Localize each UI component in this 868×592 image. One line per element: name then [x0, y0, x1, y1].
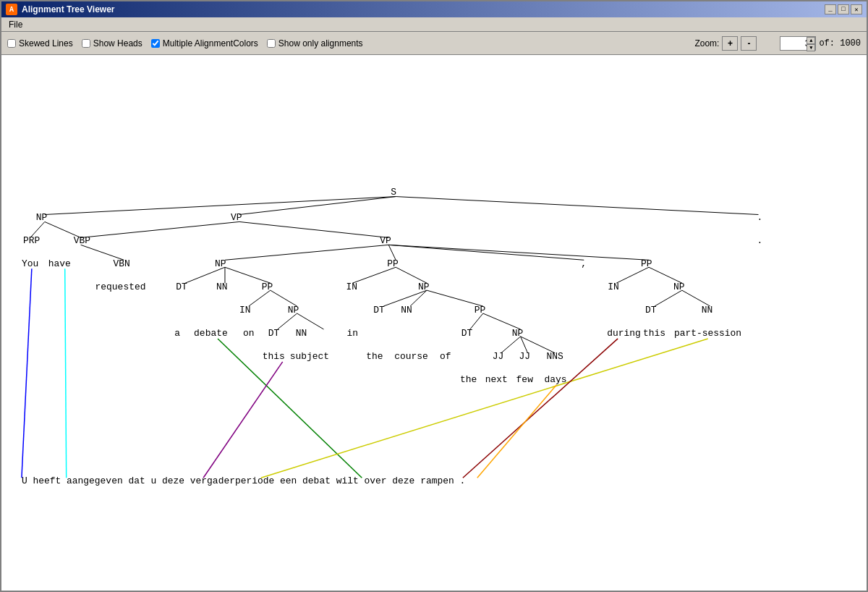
node-NN4: NN	[296, 328, 307, 339]
svg-line-15	[249, 290, 271, 306]
svg-line-20	[396, 267, 427, 283]
node-PRP: PRP	[23, 235, 41, 246]
word-next: next	[485, 374, 508, 385]
menu-file[interactable]: File	[4, 19, 27, 30]
word-debate: debate	[194, 328, 228, 339]
canvas-area: S NP VP . PRP VBP VP . VBN NP PP ,	[1, 55, 867, 591]
svg-line-10	[388, 245, 584, 260]
svg-line-31	[655, 290, 682, 306]
multiple-colors-label: Multiple AlignmentColors	[163, 38, 258, 48]
svg-line-14	[225, 267, 271, 283]
svg-line-9	[388, 245, 396, 260]
node-NP5: NP	[288, 305, 299, 316]
node-VBP: VBP	[74, 235, 91, 246]
svg-line-29	[616, 267, 649, 283]
zoom-in-button[interactable]: +	[722, 36, 738, 51]
node-DT1: DT	[176, 282, 187, 292]
node-NP3: NP	[418, 282, 430, 292]
svg-line-34	[65, 268, 67, 478]
node-period1: .	[757, 212, 763, 223]
window-title: Alignment Tree Viewer	[22, 4, 115, 14]
menu-bar: File	[1, 17, 867, 32]
svg-line-30	[649, 267, 682, 283]
show-only-alignments-checkbox[interactable]	[267, 39, 276, 48]
svg-line-32	[682, 290, 710, 306]
node-JJ2: JJ	[519, 351, 531, 362]
node-NP2: NP	[215, 258, 226, 269]
svg-line-22	[410, 290, 427, 306]
toolbar: Skewed Lines Show Heads Multiple Alignme…	[1, 32, 867, 55]
node-NP1: NP	[36, 212, 48, 223]
svg-line-1	[239, 197, 396, 215]
svg-line-17	[278, 313, 297, 329]
node-PP2: PP	[641, 258, 652, 269]
skewed-lines-label: Skewed Lines	[19, 38, 73, 48]
of-total-label: of: 1000	[819, 38, 861, 48]
node-PP4: PP	[475, 305, 486, 316]
skewed-lines-group: Skewed Lines	[7, 38, 73, 48]
title-bar: A Alignment Tree Viewer _ □ ✕	[1, 1, 867, 17]
word-on: on	[243, 328, 255, 339]
word-the: the	[366, 351, 383, 362]
node-IN3: IN	[239, 305, 251, 316]
page-spinner: ▲ ▼	[780, 36, 816, 51]
word-have: have	[48, 258, 71, 269]
word-few: few	[516, 374, 534, 385]
svg-line-36	[203, 362, 283, 478]
svg-line-25	[483, 313, 521, 329]
skewed-lines-checkbox[interactable]	[7, 39, 16, 48]
minimize-button[interactable]: _	[825, 4, 836, 14]
svg-line-8	[225, 245, 388, 260]
word-this2: this	[643, 328, 665, 339]
svg-line-6	[239, 221, 388, 237]
node-VP2: VP	[380, 235, 391, 246]
title-buttons: _ □ ✕	[825, 4, 862, 14]
svg-line-33	[22, 268, 32, 478]
node-VP1: VP	[231, 212, 242, 223]
spinner-down-button[interactable]: ▼	[807, 44, 815, 51]
node-VBN: VBN	[113, 258, 129, 269]
show-heads-checkbox[interactable]	[82, 39, 90, 48]
svg-line-7	[81, 245, 124, 260]
node-PP1: PP	[387, 258, 399, 269]
word-a: a	[174, 328, 180, 339]
main-window: A Alignment Tree Viewer _ □ ✕ File Skewe…	[0, 0, 868, 592]
svg-line-26	[501, 337, 521, 353]
word-part-session: part-session	[674, 328, 741, 339]
title-bar-left: A Alignment Tree Viewer	[6, 4, 115, 15]
svg-line-0	[45, 197, 396, 215]
node-DT2: DT	[373, 305, 385, 316]
svg-line-2	[396, 197, 758, 215]
spinner-up-button[interactable]: ▲	[807, 37, 815, 44]
zoom-label: Zoom:	[694, 38, 719, 48]
node-NN2: NN	[401, 305, 412, 316]
word-subject: subject	[290, 351, 329, 362]
multiple-colors-group: Multiple AlignmentColors	[151, 38, 258, 48]
svg-line-19	[352, 267, 396, 283]
node-NP4: NP	[673, 282, 685, 292]
word-in: in	[346, 328, 358, 339]
close-button[interactable]: ✕	[851, 4, 862, 14]
page-number-input[interactable]	[782, 38, 809, 48]
word-this: this	[263, 351, 285, 362]
svg-line-11	[388, 245, 649, 260]
node-NN1: NN	[216, 282, 228, 292]
restore-button[interactable]: □	[838, 4, 849, 14]
word-of: of	[440, 351, 451, 362]
spinner-arrows: ▲ ▼	[807, 37, 815, 50]
node-NP6: NP	[512, 328, 524, 339]
show-only-alignments-group: Show only alignments	[267, 38, 363, 48]
node-DT5: DT	[461, 328, 473, 339]
word-during: during	[607, 328, 641, 339]
app-icon: A	[6, 4, 17, 15]
svg-line-24	[470, 313, 483, 329]
tree-svg: S NP VP . PRP VBP VP . VBN NP PP ,	[1, 55, 867, 591]
word-course: course	[394, 351, 428, 362]
zoom-section: Zoom: + -	[694, 36, 757, 51]
show-heads-group: Show Heads	[82, 38, 142, 48]
zoom-out-button[interactable]: -	[741, 36, 757, 51]
multiple-colors-checkbox[interactable]	[151, 39, 160, 48]
node-S: S	[391, 187, 396, 198]
word-the2: the	[460, 374, 477, 385]
node-DT3: DT	[645, 305, 657, 316]
